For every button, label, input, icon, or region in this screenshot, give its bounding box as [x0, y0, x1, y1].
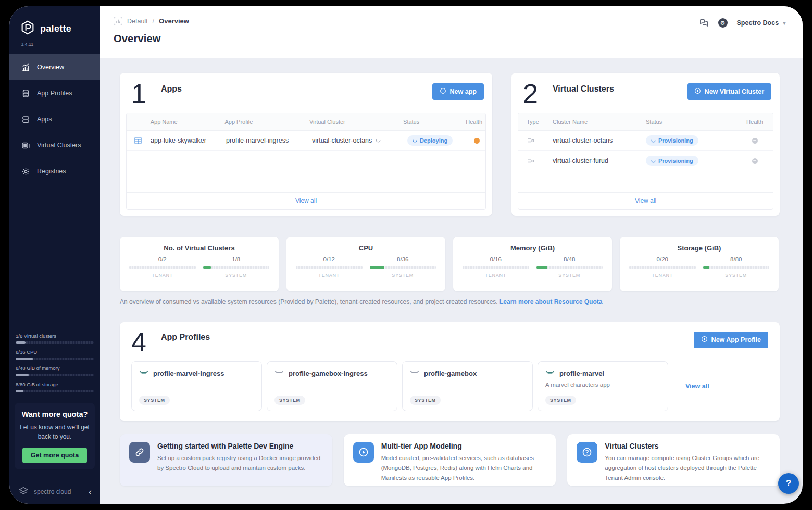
column-status: Status	[400, 113, 463, 130]
info-card-virtual-clusters[interactable]: Virtual Clusters You can manage compute …	[567, 434, 780, 486]
quota-label: 8/80 GiB of storage	[16, 381, 94, 387]
app-version: 3.4.11	[9, 39, 100, 54]
cluster-name-cell: virtual-cluster-furud	[549, 152, 643, 169]
profile-card[interactable]: profile-gamebox-ingress SYSTEM	[267, 361, 397, 411]
promo-body: Let us know and we'll get back to you.	[19, 423, 91, 441]
help-button[interactable]: ?	[778, 473, 799, 494]
apps-count: 1	[131, 81, 146, 107]
tenant-value: 0/16	[463, 256, 529, 262]
app-window: palette 3.4.11 Overview App Profiles Ap	[9, 6, 803, 504]
profile-card[interactable]: profile-marvel-ingress SYSTEM	[131, 361, 262, 411]
system-value: 8/48	[536, 256, 603, 262]
cluster-table-row[interactable]: virtual-cluster-octans Provisioning	[518, 131, 773, 151]
clusters-view-all-link[interactable]: View all	[518, 192, 773, 209]
tenant-bar	[629, 266, 696, 269]
breadcrumb-project[interactable]: Default	[127, 18, 148, 25]
overview-chart-icon	[21, 62, 30, 72]
clusters-table-header: Type Cluster Name Status Health	[518, 113, 773, 131]
virtual-clusters-card: 2 Virtual Clusters New Virtual Cluster T…	[511, 73, 780, 216]
sidebar-item-apps[interactable]: Apps	[9, 106, 100, 132]
app-table-row[interactable]: app-luke-skywalker profile-marvel-ingres…	[127, 131, 485, 151]
system-label: SYSTEM	[536, 273, 603, 278]
clusters-card-title: Virtual Clusters	[553, 84, 614, 94]
column-cluster-name: Cluster Name	[549, 113, 643, 130]
quota-memory: 8/48 GiB of memory	[16, 365, 94, 376]
app-profile-cell: profile-marvel-ingress	[223, 132, 309, 149]
get-more-quota-button[interactable]: Get more quota	[22, 448, 87, 463]
promo-title: Want more quota?	[19, 410, 91, 418]
resource-quota-description: An overview of consumed vs available sys…	[120, 298, 780, 305]
profile-card[interactable]: profile-marvel A marvel characters app S…	[538, 361, 668, 411]
registries-gear-icon	[21, 167, 30, 176]
resource-quota-learn-more-link[interactable]: Learn more about Resource Quota	[499, 298, 602, 305]
app-name-cell: app-luke-skywalker	[147, 132, 223, 149]
health-dot	[752, 138, 758, 144]
new-app-button[interactable]: New app	[432, 83, 484, 100]
topbar-actions: ⚙ Spectro Docs ▼	[698, 18, 788, 28]
sidebar-item-overview[interactable]: Overview	[9, 54, 100, 80]
profile-card[interactable]: profile-gamebox SYSTEM	[402, 361, 533, 411]
column-app-name: App Name	[147, 113, 222, 130]
apps-view-all-link[interactable]: View all	[127, 192, 485, 209]
resource-quota-row: No. of Virtual Clusters 0/2 TENANT 1/8 S…	[120, 237, 780, 291]
system-value: 1/8	[203, 256, 270, 262]
docs-menu[interactable]: Spectro Docs ▼	[737, 19, 788, 27]
new-virtual-cluster-button[interactable]: New Virtual Cluster	[687, 83, 771, 100]
profiles-count: 4	[131, 329, 146, 355]
system-badge: SYSTEM	[410, 396, 441, 405]
column-app-profile: App Profile	[221, 113, 306, 130]
resource-card-cpu: CPU 0/12 TENANT 8/36 SYSTEM	[286, 237, 445, 291]
quota-promo: Want more quota? Let us know and we'll g…	[15, 403, 95, 469]
cluster-table-row[interactable]: virtual-cluster-furud Provisioning	[518, 151, 773, 171]
system-label: SYSTEM	[703, 273, 770, 278]
system-bar	[536, 266, 603, 269]
spinner-icon	[651, 158, 656, 164]
quota-label: 1/8 Virtual clusters	[16, 333, 94, 339]
profile-description: A marvel characters app	[545, 381, 660, 388]
cluster-name-cell: virtual-cluster-octans	[549, 132, 643, 149]
palette-hexagon-icon	[20, 20, 35, 37]
column-status: Status	[643, 113, 736, 130]
cluster-type-icon	[518, 132, 549, 149]
palette-logo: palette	[9, 6, 100, 39]
spinner-icon	[376, 137, 381, 144]
resource-card-virtual-clusters: No. of Virtual Clusters 0/2 TENANT 1/8 S…	[120, 237, 279, 291]
quota-cpu: 8/36 CPU	[16, 349, 94, 360]
tenant-bar	[296, 266, 363, 269]
sidebar-item-label: Virtual Clusters	[37, 142, 81, 149]
gear-icon[interactable]: ⚙	[718, 18, 728, 28]
chat-icon[interactable]	[698, 18, 709, 28]
system-bar	[370, 266, 436, 269]
clusters-table: Type Cluster Name Status Health virtual-…	[518, 113, 773, 210]
project-dashboard-icon	[114, 17, 122, 26]
info-card-dev-engine[interactable]: Getting started with Palette Dev Engine …	[120, 434, 332, 486]
profiles-view-all-link[interactable]: View all	[685, 382, 709, 390]
sidebar-item-app-profiles[interactable]: App Profiles	[9, 80, 100, 106]
docs-menu-label: Spectro Docs	[737, 19, 779, 27]
quota-bar	[16, 390, 94, 392]
sidebar-collapse-icon[interactable]: ‹	[89, 487, 92, 496]
tenant-value: 0/12	[296, 256, 363, 262]
app-profiles-card: 4 App Profiles New App Profile profile-m…	[120, 322, 780, 421]
sidebar-item-virtual-clusters[interactable]: Virtual Clusters	[9, 132, 100, 158]
sidebar-item-label: App Profiles	[37, 90, 72, 97]
quota-label: 8/48 GiB of memory	[16, 365, 94, 371]
info-card-app-modeling[interactable]: Multi-tier App Modeling Model curated, p…	[344, 434, 556, 486]
page-title: Overview	[114, 33, 787, 45]
breadcrumb-separator: /	[153, 18, 154, 25]
circle-plus-icon	[440, 87, 446, 96]
new-app-profile-button[interactable]: New App Profile	[694, 332, 768, 348]
quota-label: 8/36 CPU	[16, 349, 94, 355]
sidebar-item-label: Registries	[37, 168, 66, 175]
sidebar-item-registries[interactable]: Registries	[9, 158, 100, 184]
tenant-label: TENANT	[463, 273, 529, 278]
footer-brand: spectro cloud	[34, 488, 84, 495]
system-label: SYSTEM	[203, 273, 270, 278]
tenant-value: 0/2	[129, 256, 196, 262]
apps-card-title: Apps	[161, 84, 182, 94]
system-badge: SYSTEM	[545, 396, 576, 405]
profile-wave-icon	[410, 368, 419, 378]
spectro-cloud-logo-icon	[18, 485, 29, 499]
status-badge: Provisioning	[646, 156, 698, 166]
circle-plus-icon	[694, 87, 701, 96]
